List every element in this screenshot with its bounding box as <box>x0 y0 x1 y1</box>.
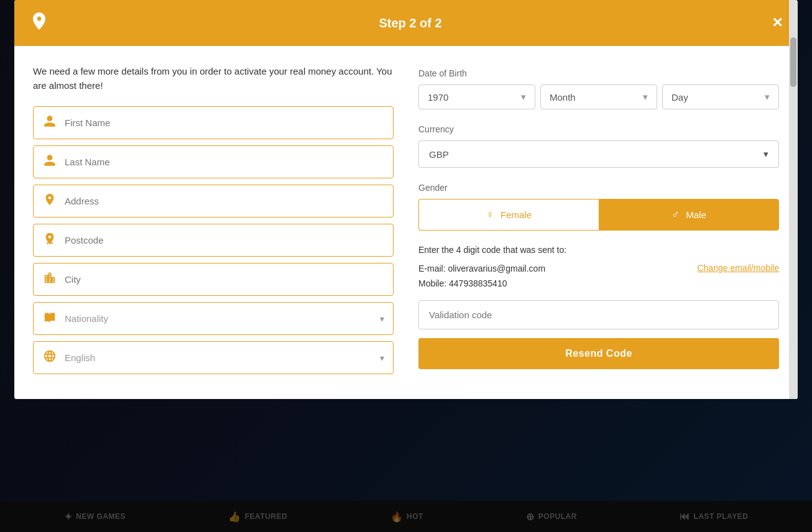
code-prompt-text: Enter the 4 digit code that was sent to: <box>418 243 779 257</box>
scrollbar-track[interactable] <box>789 0 798 399</box>
globe-icon <box>42 349 57 366</box>
dob-label: Date of Birth <box>418 68 779 78</box>
nationality-select[interactable]: Nationality ▾ <box>33 302 394 335</box>
gender-row: ♀ Female ♂ Male <box>418 199 779 231</box>
svg-point-2 <box>51 242 53 244</box>
chevron-year-icon: ▾ <box>521 91 526 103</box>
city-field <box>33 263 394 296</box>
chevron-day-icon: ▾ <box>765 91 770 103</box>
close-button[interactable]: ✕ <box>772 15 783 31</box>
resend-code-button[interactable]: Resend Code <box>418 338 779 369</box>
modal-body: We need a few more details from you in o… <box>14 46 798 399</box>
modal-overlay: Step 2 of 2 ✕ We need a few more details… <box>0 0 812 532</box>
registration-modal: Step 2 of 2 ✕ We need a few more details… <box>14 0 798 399</box>
postcode-input[interactable] <box>65 235 384 245</box>
dob-year-select[interactable]: 1970 ▾ <box>418 85 535 109</box>
svg-point-1 <box>49 242 51 244</box>
book-icon <box>42 310 57 327</box>
modal-title: Step 2 of 2 <box>49 16 772 30</box>
female-icon: ♀ <box>486 208 494 221</box>
left-column: We need a few more details from you in o… <box>33 65 394 380</box>
dob-row: 1970 ▾ Month ▾ Day ▾ <box>418 85 779 109</box>
right-column: Date of Birth 1970 ▾ Month ▾ Day ▾ <box>418 65 779 380</box>
first-name-input[interactable] <box>65 117 384 128</box>
chevron-month-icon: ▾ <box>643 91 648 103</box>
mobile-text: Mobile: 447938835410 <box>418 277 545 291</box>
city-input[interactable] <box>65 274 384 285</box>
person-icon-2 <box>42 154 57 170</box>
location-icon <box>42 193 57 209</box>
male-icon: ♂ <box>671 208 680 221</box>
email-mobile-row: E-mail: oliveravarius@gmail.com Mobile: … <box>418 262 779 291</box>
currency-label: Currency <box>418 124 779 134</box>
language-label: English <box>65 352 372 363</box>
dob-day-select[interactable]: Day ▾ <box>662 85 779 109</box>
first-name-field <box>33 106 394 139</box>
city-icon <box>42 271 57 288</box>
gender-female-button[interactable]: ♀ Female <box>418 199 599 231</box>
postcode-field <box>33 224 394 257</box>
chevron-down-icon: ▾ <box>380 314 384 324</box>
svg-point-0 <box>47 242 48 244</box>
address-field <box>33 185 394 218</box>
modal-header: Step 2 of 2 ✕ <box>14 0 798 46</box>
email-mobile-text: E-mail: oliveravarius@gmail.com Mobile: … <box>418 262 545 291</box>
intro-text: We need a few more details from you in o… <box>33 65 394 93</box>
address-input[interactable] <box>65 196 384 206</box>
chevron-currency-icon: ▾ <box>764 149 768 160</box>
validation-code-input[interactable] <box>418 300 779 329</box>
currency-select[interactable]: GBP ▾ <box>418 140 779 168</box>
last-name-field <box>33 145 394 178</box>
dob-year-value: 1970 <box>428 92 448 103</box>
dob-month-select[interactable]: Month ▾ <box>540 85 657 109</box>
female-label: Female <box>501 209 532 220</box>
scrollbar-thumb[interactable] <box>790 37 796 87</box>
email-text: E-mail: oliveravarius@gmail.com <box>418 262 545 277</box>
dob-month-value: Month <box>550 92 576 103</box>
postcode-icon <box>42 232 57 249</box>
change-email-mobile-link[interactable]: Change email/mobile <box>697 263 779 273</box>
last-name-input[interactable] <box>65 157 384 167</box>
nationality-label: Nationality <box>65 313 372 324</box>
language-select[interactable]: English ▾ <box>33 341 394 374</box>
logo-icon <box>29 11 49 35</box>
male-label: Male <box>686 209 706 220</box>
chevron-down-icon-2: ▾ <box>380 353 384 363</box>
currency-value: GBP <box>429 149 449 160</box>
gender-male-button[interactable]: ♂ Male <box>599 199 780 231</box>
gender-label: Gender <box>418 183 779 193</box>
person-icon <box>42 114 57 131</box>
dob-day-value: Day <box>671 92 688 103</box>
